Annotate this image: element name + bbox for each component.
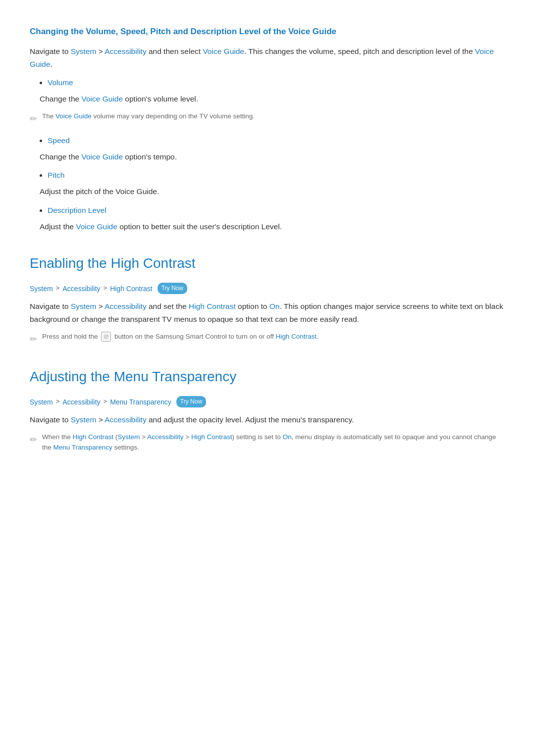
high-contrast-body: Navigate to System > Accessibility and s… <box>30 300 505 325</box>
high-contrast-note: ✏ Press and hold the button on the Samsu… <box>30 332 505 347</box>
voice-guide-volume-link[interactable]: Voice Guide <box>81 95 123 103</box>
mt-menu-transparency-link[interactable]: Menu Transparency <box>54 444 112 451</box>
mt-high-contrast-link-2[interactable]: High Contrast <box>191 433 232 441</box>
system-link-1[interactable]: System <box>71 47 97 55</box>
hc-high-contrast-link[interactable]: High Contrast <box>189 302 236 310</box>
mt-note-accessibility-link[interactable]: Accessibility <box>147 433 184 441</box>
description-level-description: Adjust the Voice Guide option to better … <box>40 221 505 233</box>
mt-system-link[interactable]: System <box>71 415 97 424</box>
menu-transparency-note-text: When the High Contrast (System > Accessi… <box>42 432 505 453</box>
mt-bc-item[interactable]: Menu Transparency <box>110 397 171 407</box>
voice-guide-bullets: Volume <box>48 76 505 89</box>
voice-guide-link-1[interactable]: Voice Guide <box>203 47 244 55</box>
ad-button-icon <box>101 332 111 342</box>
hc-on-text: On <box>269 302 280 310</box>
description-level-label: Description Level <box>48 206 107 214</box>
volume-note-text: The Voice Guide volume may vary dependin… <box>42 111 255 122</box>
bullet-description-level: Description Level <box>48 204 505 217</box>
hc-system-link[interactable]: System <box>71 302 97 310</box>
mt-high-contrast-link-1[interactable]: High Contrast <box>73 433 114 441</box>
menu-transparency-try-now-badge[interactable]: Try Now <box>176 396 206 407</box>
high-contrast-breadcrumb: System > Accessibility > High Contrast T… <box>30 283 505 294</box>
volume-label: Volume <box>48 78 73 87</box>
voice-guide-desc-link[interactable]: Voice Guide <box>76 222 117 231</box>
mt-note-system-link[interactable]: System <box>117 433 140 441</box>
high-contrast-note-text: Press and hold the button on the Samsung… <box>42 332 319 342</box>
menu-transparency-section: Adjusting the Menu Transparency System >… <box>30 366 505 453</box>
high-contrast-try-now-badge[interactable]: Try Now <box>158 283 187 294</box>
high-contrast-section: Enabling the High Contrast System > Acce… <box>30 252 505 346</box>
voice-guide-speed-link[interactable]: Voice Guide <box>81 152 123 161</box>
voice-guide-intro: Navigate to System > Accessibility and t… <box>30 45 505 70</box>
menu-transparency-header: Adjusting the Menu Transparency <box>30 366 505 388</box>
voice-guide-header: Changing the Volume, Speed, Pitch and De… <box>30 25 505 38</box>
voice-guide-note-link[interactable]: Voice Guide <box>55 112 92 120</box>
mt-bc-system[interactable]: System <box>30 397 53 407</box>
high-contrast-bc-accessibility[interactable]: Accessibility <box>62 283 100 294</box>
hc-accessibility-link[interactable]: Accessibility <box>105 302 146 310</box>
speed-bullet-list: Speed <box>48 134 505 147</box>
mt-bc-accessibility[interactable]: Accessibility <box>62 397 100 407</box>
volume-note: ✏ The Voice Guide volume may vary depend… <box>30 111 505 126</box>
accessibility-link-1[interactable]: Accessibility <box>105 47 146 55</box>
menu-transparency-note: ✏ When the High Contrast (System > Acces… <box>30 432 505 453</box>
bullet-volume: Volume <box>48 76 505 89</box>
pitch-description: Adjust the pitch of the Voice Guide. <box>40 186 505 198</box>
high-contrast-bc-system[interactable]: System <box>30 283 53 294</box>
speed-description: Change the Voice Guide option's tempo. <box>40 151 505 163</box>
high-contrast-bc-item[interactable]: High Contrast <box>110 283 153 294</box>
note-icon-1: ✏ <box>30 112 37 126</box>
mt-on-text: On <box>283 433 292 441</box>
speed-label: Speed <box>48 136 70 145</box>
high-contrast-header: Enabling the High Contrast <box>30 252 505 275</box>
note-icon-2: ✏ <box>30 332 37 347</box>
hc-note-link[interactable]: High Contrast <box>276 333 317 340</box>
bullet-pitch: Pitch <box>48 169 505 182</box>
pitch-label: Pitch <box>48 171 64 179</box>
menu-transparency-breadcrumb: System > Accessibility > Menu Transparen… <box>30 396 505 407</box>
volume-description: Change the Voice Guide option's volume l… <box>40 93 505 105</box>
mt-accessibility-link[interactable]: Accessibility <box>105 415 146 424</box>
note-icon-3: ✏ <box>30 433 37 447</box>
description-level-bullet-list: Description Level <box>48 204 505 217</box>
voice-guide-section: Changing the Volume, Speed, Pitch and De… <box>30 25 505 233</box>
bullet-speed: Speed <box>48 134 505 147</box>
pitch-bullet-list: Pitch <box>48 169 505 182</box>
menu-transparency-body: Navigate to System > Accessibility and a… <box>30 413 505 426</box>
